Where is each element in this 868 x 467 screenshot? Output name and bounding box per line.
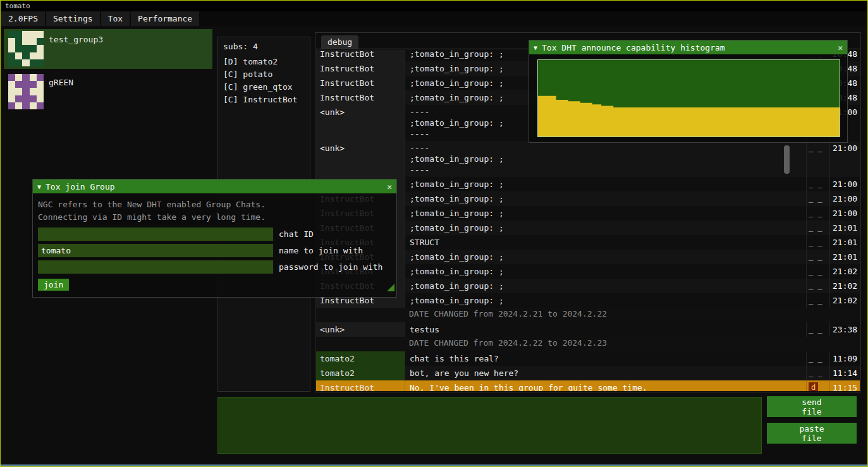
join-button[interactable]: join — [38, 279, 69, 291]
message-time: 21:00 — [829, 206, 860, 221]
avatar-pixel — [22, 59, 29, 66]
avatar-pixel — [15, 81, 22, 88]
member-item[interactable]: [C] potato — [218, 68, 310, 81]
collapse-arrow-icon[interactable]: ▼ — [37, 183, 41, 190]
sender-name: InstructBot — [316, 61, 405, 76]
message-time: 21:00 — [829, 191, 860, 206]
close-icon[interactable]: ✕ — [387, 182, 392, 191]
message-row[interactable]: InstructBot;tomato_in_group: ;_ _21:02 — [316, 293, 860, 308]
avatar-pixel — [8, 102, 15, 109]
member-item[interactable]: [C] green_qtox — [218, 81, 310, 94]
message-row[interactable]: tomato2chat is this real?_ _11:09 — [316, 351, 860, 366]
chat-scrollbar[interactable] — [784, 145, 790, 174]
avatar-pixel — [30, 88, 37, 95]
compose-input[interactable] — [217, 397, 762, 454]
menu-performance[interactable]: Performance — [131, 11, 199, 26]
join-window-titlebar[interactable]: ▼ Tox join Group ✕ — [33, 179, 396, 193]
message-text: STRUCT — [405, 235, 806, 250]
sender-name: InstructBot — [316, 76, 405, 90]
histogram-bars — [538, 96, 840, 136]
join-password-label: password to join with — [279, 262, 382, 272]
message-row[interactable]: tomato2bot, are you new here?_ _11:14 — [316, 366, 860, 380]
avatar-pixel — [8, 45, 15, 52]
message-text: ;tomato_in_group: ; — [405, 177, 806, 191]
join-name-input[interactable] — [38, 244, 273, 257]
avatar-pixel — [15, 52, 22, 59]
sender-name: InstructBot — [316, 50, 405, 61]
contact-item[interactable]: gREEN — [4, 72, 212, 112]
window-titlebar[interactable]: tomato — [1, 1, 867, 11]
histogram-window-titlebar[interactable]: ▼ Tox DHT announce capability histogram … — [529, 40, 847, 54]
message-row[interactable]: InstructBot;tomato_in_group: ;_ _21:00 — [316, 206, 860, 221]
avatar-pixel — [37, 45, 44, 52]
message-time: 21:00 — [829, 141, 860, 177]
collapse-arrow-icon[interactable]: ▼ — [534, 44, 537, 51]
message-status: _ _ — [806, 235, 829, 250]
send-file-button[interactable]: send file — [767, 396, 857, 417]
window-bottom-edge — [1, 464, 867, 466]
join-password-field-row: password to join with — [38, 260, 391, 274]
message-text: ;tomato_in_group: ; — [405, 264, 806, 279]
message-status: _ _ — [806, 322, 829, 337]
sender-name: tomato2 — [316, 351, 405, 366]
message-row[interactable]: InstructBot;tomato_in_group: ;_ _21:00 — [316, 191, 860, 206]
message-time: 21:02 — [829, 293, 860, 308]
message-status: _ _ — [806, 141, 829, 177]
message-row[interactable]: InstructBot;tomato_in_group: ;_ _21:01 — [316, 250, 860, 264]
message-text: No, I've been in this group for quite so… — [405, 380, 806, 391]
paste-file-button[interactable]: paste file — [767, 423, 857, 444]
window-title: tomato — [5, 2, 30, 10]
sender-name: InstructBot — [316, 380, 405, 391]
join-name-label: name to join with — [279, 246, 363, 255]
avatar-pixel — [15, 74, 22, 81]
avatar-pixel — [22, 38, 29, 45]
delivery-status-chip: d — [809, 382, 818, 391]
close-icon[interactable]: ✕ — [838, 43, 843, 52]
contact-avatar-icon — [8, 74, 44, 109]
avatar-pixel — [15, 88, 22, 95]
avatar-pixel — [30, 81, 37, 88]
avatar-pixel — [15, 102, 22, 109]
chat-id-input[interactable] — [38, 227, 273, 241]
contact-list: test_group3gREEN — [4, 29, 212, 112]
member-item[interactable]: [C] InstructBot — [218, 94, 310, 106]
menu-settings[interactable]: Settings — [46, 11, 100, 26]
member-list: [D] tomato2[C] potato[C] green_qtox[C] I… — [218, 56, 310, 106]
message-row[interactable]: InstructBot;tomato_in_group: ;_ _21:00 — [316, 177, 860, 191]
avatar-pixel — [8, 38, 15, 45]
message-status: d — [806, 380, 829, 391]
avatar-pixel — [37, 88, 44, 95]
message-text: bot, are you new here? — [405, 366, 806, 380]
avatar-pixel — [30, 45, 37, 52]
message-row[interactable]: InstructBot;tomato_in_group: ;_ _21:02 — [316, 264, 860, 279]
message-row[interactable]: <unk>testus_ _23:38 — [316, 322, 860, 337]
avatar-pixel — [8, 88, 15, 95]
join-info-line-2: Connecting via ID might take a very long… — [38, 211, 391, 224]
message-row[interactable]: InstructBot;tomato_in_group: ;_ _21:01 — [316, 221, 860, 235]
message-time: 21:00 — [829, 177, 860, 191]
menu-tox[interactable]: Tox — [101, 11, 130, 26]
avatar-pixel — [37, 95, 44, 102]
sender-name: <unk> — [316, 322, 405, 337]
tab-debug[interactable]: debug — [321, 35, 358, 49]
message-text: chat is this real? — [405, 351, 806, 366]
message-row[interactable]: InstructBotNo, I've been in this group f… — [316, 380, 860, 391]
avatar-pixel — [22, 95, 29, 102]
join-password-input[interactable] — [38, 260, 273, 274]
member-item[interactable]: [D] tomato2 — [218, 56, 310, 68]
message-row[interactable]: InstructBot;tomato_in_group: ;_ _21:02 — [316, 279, 860, 293]
histogram-plot — [537, 59, 840, 137]
join-info-line-1: NGC refers to the New DHT enabled Group … — [38, 198, 391, 211]
avatar-pixel — [37, 38, 44, 45]
avatar-pixel — [37, 52, 44, 59]
sender-name: <unk> — [316, 105, 405, 141]
contact-item[interactable]: test_group3 — [4, 29, 212, 69]
avatar-pixel — [30, 52, 37, 59]
date-separator-row: DATE CHANGED from 2024.2.22 to 2024.2.23 — [316, 337, 860, 351]
avatar-pixel — [15, 59, 22, 66]
message-row[interactable]: InstructBotSTRUCT_ _21:01 — [316, 235, 860, 250]
resize-grip[interactable] — [387, 284, 394, 291]
avatar-pixel — [22, 88, 29, 95]
contact-avatar-icon — [8, 31, 44, 66]
message-row[interactable]: <unk>---- ;tomato_in_group: ; ----_ _21:… — [316, 141, 860, 177]
